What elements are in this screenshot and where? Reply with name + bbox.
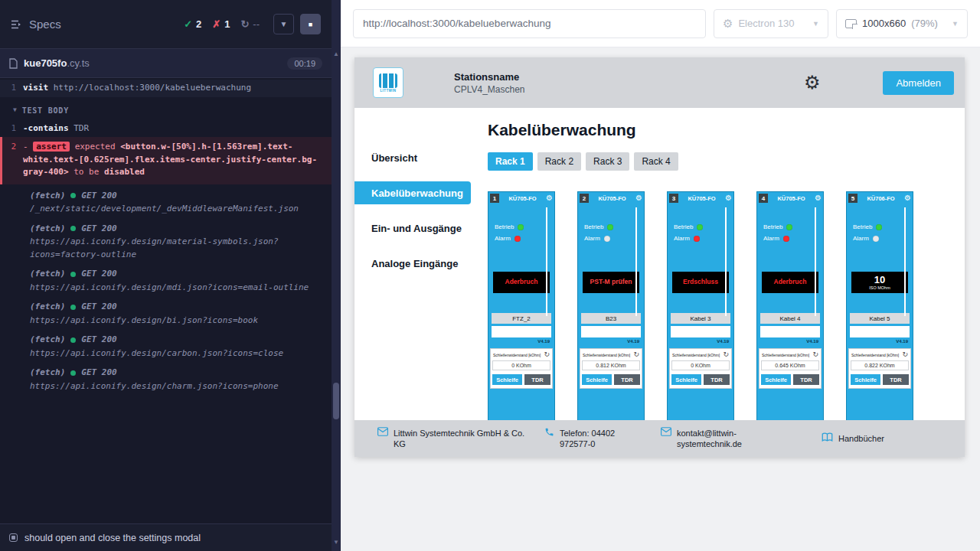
value-field[interactable] <box>581 326 641 337</box>
assert-command-chip: assert <box>33 142 70 152</box>
settings-gear-icon[interactable]: ⚙ <box>804 73 821 92</box>
scrollbar-thumb[interactable] <box>333 383 339 419</box>
cable-name-field[interactable]: B23 <box>581 313 641 324</box>
stat-pending: ↻-- <box>240 18 260 30</box>
status-display: Aderbruch <box>493 272 550 293</box>
refresh-icon[interactable]: ↻ <box>812 351 818 358</box>
fetch-status: GET 200 <box>81 301 116 314</box>
scroll-down-icon[interactable]: ▼ <box>332 539 341 546</box>
tab-rack-1[interactable]: Rack 1 <box>488 152 533 171</box>
visit-arg: http://localhost:3000/kabelueberwachung <box>54 83 251 93</box>
alarm-led <box>514 236 521 242</box>
tab-rack-4[interactable]: Rack 4 <box>634 152 678 171</box>
loop-value: 0 KOhm <box>671 360 730 370</box>
failed-assert-command[interactable]: 2 - assert expected <button.w-[50%].h-[1… <box>0 137 332 184</box>
next-test-row[interactable]: should open and close the settings modal <box>0 523 332 551</box>
schleife-button[interactable]: Schleife <box>492 374 522 385</box>
schleife-button[interactable]: Schleife <box>851 374 880 385</box>
refresh-icon[interactable]: ↻ <box>723 351 729 358</box>
cable-name-field[interactable]: FTZ_2 <box>492 313 551 324</box>
footer-company: Littwin Systemtechnik GmbH & Co. KG <box>377 428 529 450</box>
visit-command: visit <box>23 83 48 93</box>
value-field[interactable] <box>850 326 910 337</box>
logout-button[interactable]: Abmelden <box>883 71 954 95</box>
alarm-led <box>604 236 610 242</box>
chevron-down-icon: ▼ <box>280 20 288 28</box>
fetch-url: https://api.iconify.design/mdi.json?icon… <box>30 282 324 295</box>
command-visit[interactable]: 1 visit http://localhost:3000/kabelueber… <box>0 80 332 97</box>
fetch-log-entry[interactable]: (fetch)GET 200 https://api.iconify.desig… <box>0 361 332 394</box>
card-gear-icon[interactable]: ⚙ <box>815 194 822 202</box>
fetch-url: https://api.iconify.design/material-symb… <box>30 236 324 261</box>
browser-select[interactable]: ⚙ Electron 130 ▼ <box>714 9 828 38</box>
cable-name-field[interactable]: Kabel 5 <box>850 313 910 324</box>
loop-label: Schleifenwiderstand [kOhm] <box>583 353 630 357</box>
stop-button[interactable]: ■ <box>300 14 321 34</box>
card-gear-icon[interactable]: ⚙ <box>904 194 911 202</box>
sidebar-item-kabelueberwachung[interactable]: Kabelüberwachung <box>354 181 471 204</box>
refresh-icon[interactable]: ↻ <box>902 351 908 358</box>
tab-rack-2[interactable]: Rack 2 <box>537 152 581 171</box>
card-gear-icon[interactable]: ⚙ <box>725 194 732 202</box>
sidebar-item-ein-und-ausgaenge[interactable]: Ein- und Ausgänge <box>354 217 471 240</box>
fetch-status: GET 200 <box>81 190 116 203</box>
test-stats: ✓2 ✗1 ↻-- <box>184 18 260 30</box>
reporter-scrollbar[interactable]: ▲ ▼ <box>332 0 341 551</box>
fetch-log-entry[interactable]: (fetch)GET 200 https://api.iconify.desig… <box>0 295 332 328</box>
sidebar-item-analoge-eingaenge[interactable]: Analoge Eingänge <box>354 252 471 275</box>
refresh-icon[interactable]: ↻ <box>633 351 639 358</box>
schleife-button[interactable]: Schleife <box>582 374 612 385</box>
tdr-button[interactable]: TDR <box>614 374 640 385</box>
card-divider <box>904 207 906 316</box>
refresh-icon[interactable]: ↻ <box>544 351 550 358</box>
card-model: KÜ706-FO <box>859 195 903 202</box>
betrieb-led <box>876 224 882 230</box>
cable-name-field[interactable]: Kabel 4 <box>760 313 820 324</box>
aut-toolbar: ⚙ Electron 130 ▼ 1000x660 (79%) ▼ <box>341 0 980 47</box>
fetch-log-entry[interactable]: (fetch)GET 200 /_next/static/development… <box>0 184 332 217</box>
fetch-log-entry[interactable]: (fetch)GET 200 https://api.iconify.desig… <box>0 217 332 263</box>
value-field[interactable] <box>492 326 551 337</box>
footer-company-text: Littwin Systemtechnik GmbH & Co. KG <box>394 428 529 450</box>
card-divider <box>635 207 637 316</box>
sidebar-item-uebersicht[interactable]: Übersicht <box>354 146 471 169</box>
status-ok-dot <box>70 370 76 376</box>
footer-manuals[interactable]: Handbücher <box>822 433 884 444</box>
status-ok-dot <box>70 337 76 343</box>
betrieb-led <box>518 224 524 230</box>
device-card: 2KÜ705-FO⚙ Betrieb Alarm PST-M prüfen B2… <box>577 191 645 420</box>
tdr-button[interactable]: TDR <box>793 374 819 385</box>
schleife-button[interactable]: Schleife <box>671 374 701 385</box>
schleife-button[interactable]: Schleife <box>761 374 791 385</box>
check-icon: ✓ <box>184 18 192 30</box>
spec-duration-badge: 00:19 <box>287 57 322 70</box>
status-display: Aderbruch <box>762 272 818 293</box>
next-test-title: should open and close the settings modal <box>24 533 201 543</box>
fetch-log-entry[interactable]: (fetch)GET 200 https://api.iconify.desig… <box>0 328 332 361</box>
card-gear-icon[interactable]: ⚙ <box>546 194 553 202</box>
betrieb-led <box>786 224 792 230</box>
cable-name-field[interactable]: Kabel 3 <box>671 313 730 324</box>
tdr-button[interactable]: TDR <box>704 374 730 385</box>
value-field[interactable] <box>760 326 820 337</box>
test-body-section[interactable]: ▼ TEST BODY <box>0 97 332 120</box>
url-input[interactable] <box>353 9 706 38</box>
collapse-chevron-button[interactable]: ▼ <box>273 14 294 34</box>
chevron-down-icon: ▼ <box>812 20 819 28</box>
tdr-button[interactable]: TDR <box>883 374 909 385</box>
viewport-select[interactable]: 1000x660 (79%) ▼ <box>836 9 968 38</box>
value-field[interactable] <box>671 326 730 337</box>
tab-rack-3[interactable]: Rack 3 <box>586 152 629 171</box>
device-card: 3KÜ705-FO⚙ Betrieb Alarm Erdschluss Kabe… <box>667 191 734 420</box>
scroll-up-icon[interactable]: ▲ <box>332 51 341 57</box>
littwin-logo-icon <box>379 73 397 88</box>
fetch-log-entry[interactable]: (fetch)GET 200 https://api.iconify.desig… <box>0 262 332 295</box>
command-contains[interactable]: 1 -contains TDR <box>0 120 332 138</box>
spec-title-bar[interactable]: kue705fo.cy.ts 00:19 <box>0 49 332 78</box>
specs-menu-button[interactable]: Specs <box>11 18 61 31</box>
tdr-button[interactable]: TDR <box>524 374 550 385</box>
footer-email[interactable]: kontakt@littwin-systemtechnik.de <box>661 428 789 450</box>
card-model: KÜ705-FO <box>769 195 813 202</box>
card-gear-icon[interactable]: ⚙ <box>635 194 642 202</box>
footer-manuals-text: Handbücher <box>838 433 884 444</box>
